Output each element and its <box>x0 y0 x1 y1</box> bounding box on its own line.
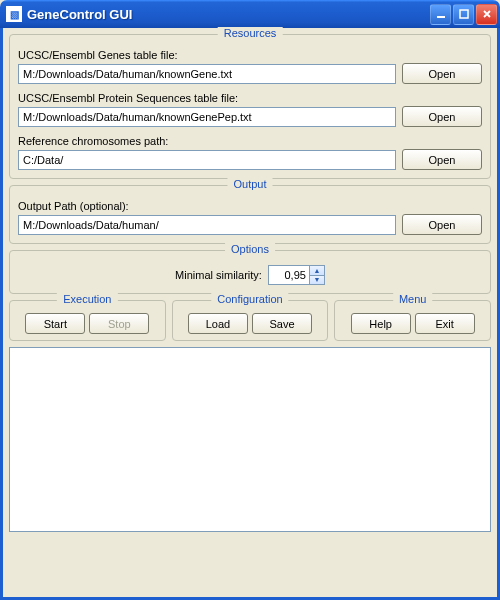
protein-open-button[interactable]: Open <box>402 106 482 127</box>
output-title: Output <box>227 178 272 190</box>
output-path-input[interactable] <box>18 215 396 235</box>
resources-title: Resources <box>218 27 283 39</box>
options-group: Options Minimal similarity: ▲ ▼ <box>9 250 491 294</box>
genes-input[interactable] <box>18 64 396 84</box>
minimize-button[interactable] <box>430 4 451 25</box>
maximize-button[interactable] <box>453 4 474 25</box>
min-sim-input[interactable] <box>268 265 310 285</box>
svg-rect-1 <box>460 10 468 18</box>
configuration-title: Configuration <box>211 293 288 305</box>
chrom-open-button[interactable]: Open <box>402 149 482 170</box>
stop-button[interactable]: Stop <box>89 313 149 334</box>
spinner-down-icon[interactable]: ▼ <box>310 276 324 285</box>
window-buttons <box>430 4 497 25</box>
protein-input[interactable] <box>18 107 396 127</box>
load-button[interactable]: Load <box>188 313 248 334</box>
save-button[interactable]: Save <box>252 313 312 334</box>
menu-title: Menu <box>393 293 433 305</box>
spinner-up-icon[interactable]: ▲ <box>310 266 324 276</box>
svg-rect-0 <box>437 16 445 18</box>
output-open-button[interactable]: Open <box>402 214 482 235</box>
titlebar: ▧ GeneControl GUI <box>0 0 500 28</box>
output-path-label: Output Path (optional): <box>18 200 482 212</box>
min-sim-spinner[interactable]: ▲ ▼ <box>268 265 325 285</box>
min-sim-label: Minimal similarity: <box>175 269 262 281</box>
execution-title: Execution <box>57 293 117 305</box>
configuration-group: Configuration Load Save <box>172 300 329 341</box>
menu-group: Menu Help Exit <box>334 300 491 341</box>
help-button[interactable]: Help <box>351 313 411 334</box>
start-button[interactable]: Start <box>25 313 85 334</box>
chrom-input[interactable] <box>18 150 396 170</box>
resources-group: Resources UCSC/Ensembl Genes table file:… <box>9 34 491 179</box>
close-button[interactable] <box>476 4 497 25</box>
output-group: Output Output Path (optional): Open <box>9 185 491 244</box>
exit-button[interactable]: Exit <box>415 313 475 334</box>
chrom-label: Reference chromosomes path: <box>18 135 482 147</box>
execution-group: Execution Start Stop <box>9 300 166 341</box>
log-textarea[interactable] <box>9 347 491 532</box>
client-area: Resources UCSC/Ensembl Genes table file:… <box>0 28 500 600</box>
action-area: Execution Start Stop Configuration Load … <box>9 300 491 341</box>
genes-label: UCSC/Ensembl Genes table file: <box>18 49 482 61</box>
genes-open-button[interactable]: Open <box>402 63 482 84</box>
protein-label: UCSC/Ensembl Protein Sequences table fil… <box>18 92 482 104</box>
options-title: Options <box>225 243 275 255</box>
app-icon: ▧ <box>6 6 22 22</box>
window-title: GeneControl GUI <box>27 7 430 22</box>
